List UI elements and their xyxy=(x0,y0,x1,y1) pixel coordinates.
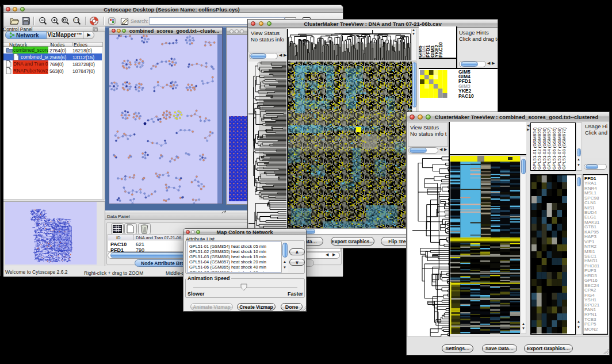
svg-text:Search:: Search: xyxy=(131,18,148,24)
svg-text:PAC10: PAC10 xyxy=(438,42,443,58)
svg-text:GPL51-08 (GSM872): GPL51-08 (GSM872) xyxy=(561,127,567,170)
svg-text:1:1: 1:1 xyxy=(74,18,79,22)
svg-text:MON2: MON2 xyxy=(584,327,598,332)
svg-text:PAC10: PAC10 xyxy=(458,93,474,99)
